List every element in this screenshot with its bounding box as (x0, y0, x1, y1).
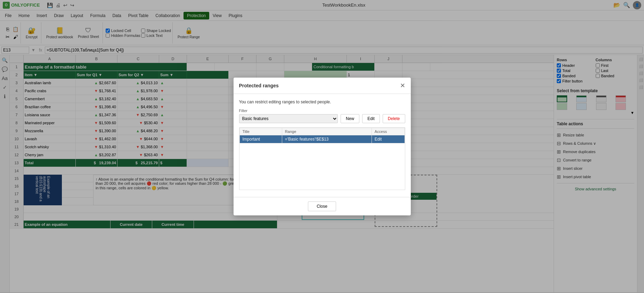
filter-row: Basic features New Edit Delete (239, 114, 405, 123)
modal-footer: Close (234, 197, 411, 215)
row-range: ='Basic features'!$E$13 (282, 135, 372, 143)
modal-overlay: Protected ranges ✕ You can restrict edit… (0, 0, 644, 293)
modal-close-btn[interactable]: ✕ (400, 82, 405, 89)
filter-label: Filter (239, 109, 405, 113)
table-row[interactable]: Important ='Basic features'!$E$13 Edit (239, 135, 405, 143)
range-table-container: Title Range Access Important ='Basic fea… (239, 127, 405, 190)
modal-header: Protected ranges ✕ (234, 78, 411, 94)
row-title: Important (239, 135, 282, 143)
modal-body: You can restrict editing ranges to selec… (234, 94, 411, 197)
modal-title: Protected ranges (239, 83, 279, 88)
filter-select[interactable]: Basic features (239, 114, 338, 123)
close-btn[interactable]: Close (308, 201, 336, 211)
col-range: Range (282, 128, 372, 135)
edit-btn[interactable]: Edit (362, 114, 380, 123)
modal-description: You can restrict editing ranges to selec… (239, 100, 405, 104)
col-title: Title (239, 128, 282, 135)
delete-btn[interactable]: Delete (383, 114, 405, 123)
range-table-header-row: Title Range Access (239, 128, 405, 135)
range-table: Title Range Access Important ='Basic fea… (239, 128, 405, 143)
col-access: Access (372, 128, 405, 135)
modal-dialog: Protected ranges ✕ You can restrict edit… (234, 78, 411, 215)
row-access: Edit (372, 135, 405, 143)
new-btn[interactable]: New (341, 114, 359, 123)
